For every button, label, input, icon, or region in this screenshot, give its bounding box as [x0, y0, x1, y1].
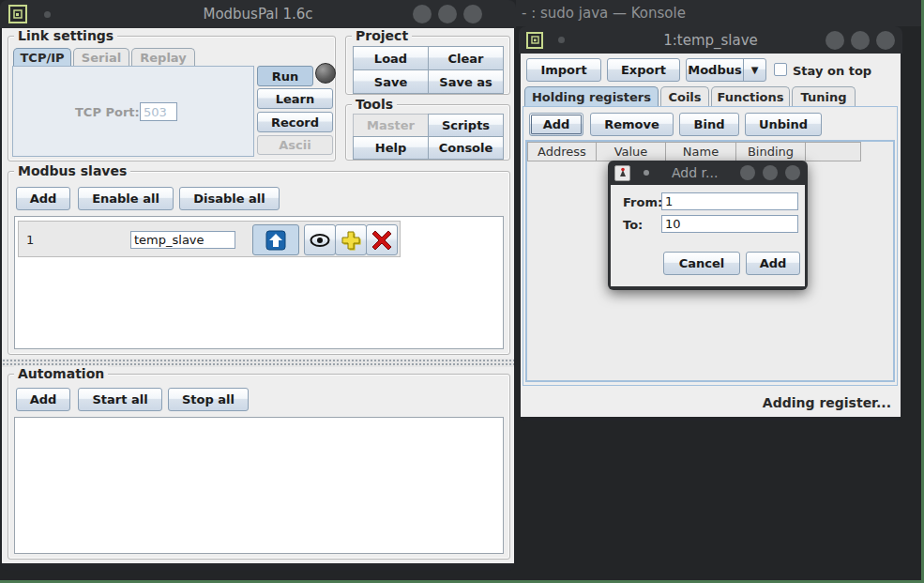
project-group: Project Load Clear Save Save as — [345, 36, 510, 95]
column-header-value-label: Value — [614, 145, 648, 159]
run-button-label: Run — [272, 69, 299, 84]
dialog-titlebar[interactable]: Add r... — [608, 161, 808, 185]
slave-enable-toggle[interactable] — [252, 224, 299, 255]
tab-coils[interactable]: Coils — [660, 86, 709, 106]
column-header-name[interactable]: Name — [665, 142, 736, 161]
tcp-port-label: TCP Port: — [75, 105, 140, 119]
load-button[interactable]: Load — [353, 46, 429, 70]
record-button[interactable]: Record — [257, 112, 333, 132]
column-header-address[interactable]: Address — [527, 142, 597, 161]
to-field[interactable] — [661, 215, 798, 233]
slave-list: 1 — [14, 216, 504, 349]
konsole-titlebar[interactable]: - : sudo java — Konsole — [514, 0, 924, 26]
help-button[interactable]: Help — [353, 136, 429, 160]
temp-slave-window-icon[interactable] — [526, 32, 543, 49]
modbuspal-titlebar[interactable]: ModbusPal 1.6c — [0, 0, 516, 28]
register-bind-button[interactable]: Bind — [679, 113, 739, 136]
console-button[interactable]: Console — [428, 136, 504, 160]
save-button[interactable]: Save — [353, 69, 429, 94]
enable-all-button[interactable]: Enable all — [78, 187, 174, 210]
dialog-content: From: To: Cancel Add — [611, 185, 805, 286]
start-all-button[interactable]: Start all — [78, 388, 162, 411]
disable-all-button[interactable]: Disable all — [179, 187, 280, 210]
save-as-button[interactable]: Save as — [428, 69, 504, 94]
maximize-button[interactable] — [438, 5, 457, 23]
temp-slave-window-controls — [826, 31, 895, 50]
master-button-label: Master — [367, 118, 415, 132]
tab-replay[interactable]: Replay — [131, 48, 195, 67]
tab-replay-label: Replay — [140, 51, 186, 65]
column-header-binding[interactable]: Binding — [735, 142, 806, 161]
modbus-slaves-title: Modbus slaves — [14, 163, 130, 179]
export-button-label: Export — [621, 63, 666, 77]
close-button[interactable] — [463, 5, 482, 23]
stop-all-button[interactable]: Stop all — [168, 388, 249, 411]
ascii-button[interactable]: Ascii — [257, 135, 333, 155]
tab-coils-label: Coils — [668, 90, 701, 104]
modbus-slaves-group: Modbus slaves Add Enable all Disable all… — [8, 171, 510, 355]
register-unbind-button[interactable]: Unbind — [745, 113, 822, 136]
register-add-button[interactable]: Add — [529, 113, 583, 136]
register-remove-button[interactable]: Remove — [590, 113, 674, 136]
slave-add-button-label: Add — [30, 192, 57, 206]
automation-add-button[interactable]: Add — [16, 388, 70, 411]
maximize-button[interactable] — [763, 165, 778, 180]
clear-button[interactable]: Clear — [428, 46, 504, 70]
automation-group: Automation Add Start all Stop all — [8, 374, 510, 560]
from-label: From: — [623, 195, 662, 209]
minimize-button[interactable] — [413, 5, 432, 23]
java-app-glyph — [13, 9, 23, 19]
minimize-button[interactable] — [740, 165, 755, 180]
slave-view-button[interactable] — [304, 224, 336, 255]
ascii-button-label: Ascii — [279, 138, 311, 152]
import-button-label: Import — [540, 63, 586, 77]
chevron-down-icon[interactable]: ▼ — [743, 59, 765, 81]
tcpip-tab-panel: TCP Port: — [12, 66, 254, 157]
run-button[interactable]: Run — [257, 66, 313, 86]
dialog-cancel-button[interactable]: Cancel — [663, 252, 740, 275]
master-button[interactable]: Master — [353, 114, 429, 137]
modbus-mode-select[interactable]: Modbus ▼ — [686, 58, 766, 82]
stay-on-top-label: Stay on top — [793, 64, 871, 78]
tab-tuning[interactable]: Tuning — [792, 86, 856, 106]
tab-serial-label: Serial — [82, 51, 121, 65]
stay-on-top-checkbox[interactable] — [774, 63, 787, 76]
add-registers-dialog: Add r... From: To: Cancel Add — [608, 161, 808, 290]
dialog-title: Add r... — [672, 165, 718, 180]
tab-functions[interactable]: Functions — [711, 86, 790, 106]
column-header-name-label: Name — [683, 145, 719, 159]
automation-title: Automation — [14, 366, 108, 382]
learn-button[interactable]: Learn — [257, 88, 333, 109]
konsole-title: - : sudo java — Konsole — [522, 5, 686, 22]
slave-add-button[interactable]: Add — [16, 187, 70, 210]
to-label: To: — [623, 218, 643, 232]
minimize-button[interactable] — [826, 31, 844, 50]
dialog-add-button[interactable]: Add — [746, 252, 800, 275]
slave-duplicate-button[interactable] — [335, 224, 367, 255]
from-field[interactable] — [661, 192, 798, 210]
import-button[interactable]: Import — [526, 58, 601, 82]
close-button[interactable] — [876, 31, 895, 50]
scripts-button[interactable]: Scripts — [428, 114, 504, 137]
java-duke-icon — [617, 167, 629, 178]
tab-tcpip[interactable]: TCP/IP — [13, 48, 71, 67]
close-button[interactable] — [785, 165, 800, 180]
link-settings-group: Link settings TCP/IP Serial Replay TCP P… — [8, 36, 336, 161]
column-header-value[interactable]: Value — [596, 142, 666, 161]
slave-row[interactable]: 1 — [18, 221, 401, 257]
tcp-port-field[interactable] — [140, 102, 177, 121]
tab-holding-registers[interactable]: Holding registers — [524, 86, 659, 106]
modbuspal-content: Link settings TCP/IP Serial Replay TCP P… — [2, 28, 514, 563]
project-title: Project — [352, 28, 412, 44]
modbuspal-window-icon[interactable] — [8, 5, 27, 23]
eye-icon — [310, 234, 330, 247]
tab-serial[interactable]: Serial — [73, 48, 129, 67]
maximize-button[interactable] — [851, 31, 870, 50]
clear-button-label: Clear — [448, 52, 484, 66]
register-unbind-button-label: Unbind — [759, 117, 808, 131]
load-button-label: Load — [374, 52, 407, 66]
slave-delete-button[interactable] — [366, 224, 398, 255]
slave-name-field[interactable] — [130, 231, 235, 249]
temp-slave-titlebar[interactable]: 1:temp_slave — [519, 26, 902, 54]
export-button[interactable]: Export — [607, 58, 680, 82]
